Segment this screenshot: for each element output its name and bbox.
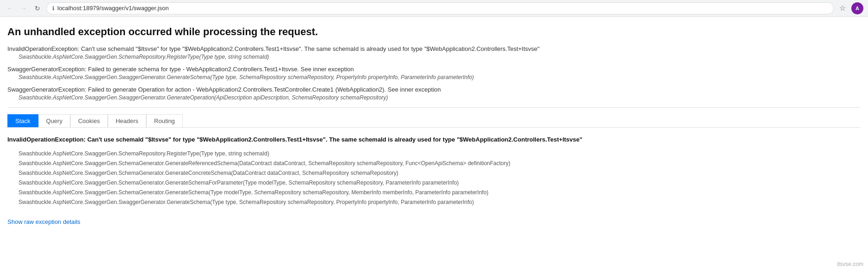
stack-trace-item-5: Swashbuckle.AspNetCore.SwaggerGen.Swagge… [19, 198, 861, 207]
bookmark-button[interactable]: ☆ [837, 3, 848, 13]
back-button[interactable]: ← [5, 3, 15, 13]
forward-button[interactable]: → [19, 3, 29, 13]
main-error-title: An unhandled exception occurred while pr… [7, 26, 861, 38]
refresh-button[interactable]: ↻ [32, 3, 43, 13]
stack-section: InvalidOperationException: Can't use sch… [7, 135, 861, 208]
browser-chrome: ← → ↻ ℹ localhost:18979/swagger/v1/swagg… [0, 0, 868, 17]
address-bar[interactable]: ℹ localhost:18979/swagger/v1/swagger.jso… [46, 2, 834, 14]
error-trace-line-2: Swashbuckle.AspNetCore.SwaggerGen.Swagge… [7, 94, 861, 101]
divider-1 [7, 107, 861, 108]
error-block-2: SwaggerGeneratorException: Failed to gen… [7, 86, 861, 101]
error-trace-line-1: Swashbuckle.AspNetCore.SwaggerGen.Swagge… [7, 74, 861, 80]
error-block-1: SwaggerGeneratorException: Failed to gen… [7, 66, 861, 80]
tab-query[interactable]: Query [38, 114, 70, 127]
error-trace-line-0: Swashbuckle.AspNetCore.SwaggerGen.Schema… [7, 54, 861, 60]
stack-trace-list: Swashbuckle.AspNetCore.SwaggerGen.Schema… [7, 149, 861, 208]
error-main-line-1: SwaggerGeneratorException: Failed to gen… [7, 66, 861, 73]
show-raw-link[interactable]: Show raw exception details [7, 218, 81, 225]
tab-cookies[interactable]: Cookies [70, 114, 108, 127]
page-content: An unhandled exception occurred while pr… [0, 17, 868, 235]
error-blocks: InvalidOperationException: Can't use sch… [7, 45, 861, 101]
profile-button[interactable]: A [851, 2, 863, 14]
stack-trace-item-4: Swashbuckle.AspNetCore.SwaggerGen.Schema… [19, 188, 861, 198]
tab-stack[interactable]: Stack [7, 114, 38, 127]
error-main-line-2: SwaggerGeneratorException: Failed to gen… [7, 86, 861, 93]
tabs-bar: StackQueryCookiesHeadersRouting [7, 114, 861, 128]
url-text: localhost:18979/swagger/v1/swagger.json [57, 5, 169, 12]
tab-headers[interactable]: Headers [108, 114, 146, 127]
stack-bold-error: InvalidOperationException: Can't use sch… [7, 135, 861, 144]
lock-icon: ℹ [52, 5, 55, 12]
error-main-line-0: InvalidOperationException: Can't use sch… [7, 45, 861, 52]
stack-trace-item-2: Swashbuckle.AspNetCore.SwaggerGen.Schema… [19, 168, 861, 178]
tab-routing[interactable]: Routing [146, 114, 183, 127]
stack-trace-item-1: Swashbuckle.AspNetCore.SwaggerGen.Schema… [19, 159, 861, 168]
error-block-0: InvalidOperationException: Can't use sch… [7, 45, 861, 60]
stack-trace-item-0: Swashbuckle.AspNetCore.SwaggerGen.Schema… [19, 149, 861, 159]
stack-trace-item-3: Swashbuckle.AspNetCore.SwaggerGen.Schema… [19, 178, 861, 188]
